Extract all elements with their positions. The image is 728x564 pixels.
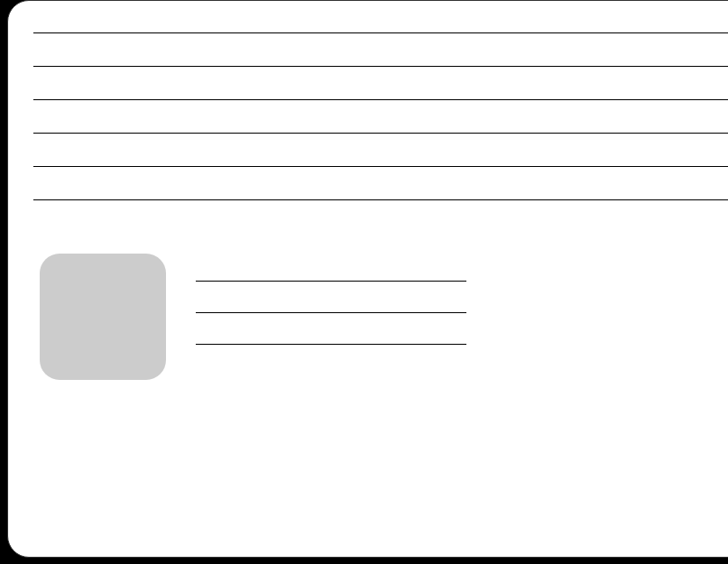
- text-line: [33, 32, 728, 33]
- text-line: [196, 281, 466, 282]
- text-lines-top: [33, 32, 728, 200]
- float-box: [40, 254, 166, 380]
- text-lines-wrapped: [196, 281, 466, 345]
- text-line: [196, 344, 466, 345]
- text-line: [33, 133, 728, 134]
- text-line: [196, 312, 466, 313]
- text-line: [33, 199, 728, 200]
- text-line: [33, 66, 728, 67]
- text-line: [33, 99, 728, 100]
- text-line: [33, 166, 728, 167]
- layout-card: float: right: [7, 0, 728, 558]
